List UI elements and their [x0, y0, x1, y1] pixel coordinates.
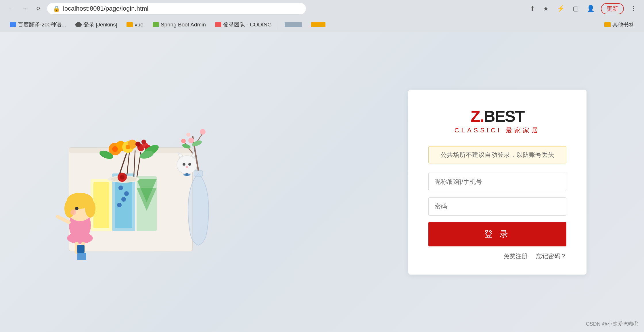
svg-point-25	[135, 142, 141, 147]
svg-point-39	[188, 163, 191, 166]
svg-point-50	[75, 207, 78, 210]
translate-icon	[10, 22, 16, 27]
svg-rect-12	[93, 182, 109, 228]
forward-button[interactable]: →	[20, 3, 30, 14]
warning-text: 公共场所不建议自动登录，以防账号丢失	[440, 151, 554, 158]
svg-rect-3	[115, 176, 132, 228]
svg-point-35	[177, 156, 197, 174]
vue-icon	[126, 22, 133, 27]
bookmark-vue-label: vue	[135, 22, 143, 28]
csdn-watermark: CSDN @小陈爱吃糊①	[586, 321, 638, 327]
svg-point-61	[188, 138, 194, 143]
bookmark-springboot-label: Spring Boot Admin	[161, 22, 206, 28]
page-content: Z.BEST CLASSICI 最家家居 公共场所不建议自动登录，以防账号丢失 …	[0, 32, 644, 332]
login-button[interactable]: 登 录	[428, 222, 566, 246]
svg-point-63	[181, 139, 186, 143]
bookmark-others[interactable]: 其他书签	[600, 20, 638, 30]
others-icon	[604, 22, 611, 27]
warning-banner: 公共场所不建议自动登录，以防账号丢失	[428, 146, 566, 163]
coding-icon	[215, 22, 221, 27]
bookmark-coding-label: 登录团队 - CODING	[223, 21, 272, 28]
bookmark-separator	[278, 21, 278, 29]
jenkins-icon	[75, 22, 82, 27]
svg-point-27	[141, 140, 146, 144]
extensions-button[interactable]: ⚡	[555, 3, 566, 14]
bookmark-button[interactable]: ★	[541, 3, 551, 14]
bookmark-translate[interactable]: 百度翻译-200种语...	[6, 20, 70, 30]
bookmark-vue[interactable]: vue	[122, 20, 147, 29]
bookmark-jenkins[interactable]: 登录 [Jenkins]	[71, 20, 121, 30]
springboot-icon	[153, 22, 159, 27]
svg-point-45	[67, 232, 93, 244]
register-link[interactable]: 免费注册	[503, 252, 528, 260]
browser-titlebar: ← → ⟳ 🔒 localhost:8081/page/login.html ⬆…	[0, 0, 644, 17]
svg-point-62	[200, 129, 206, 135]
lock-icon: 🔒	[53, 5, 60, 12]
bookmark-others-label: 其他书签	[612, 21, 634, 28]
bookmark-jenkins-label: 登录 [Jenkins]	[83, 21, 117, 28]
menu-button[interactable]: ⋮	[628, 3, 638, 14]
bookmark-gray1[interactable]	[281, 21, 306, 28]
gray1-icon	[285, 22, 302, 27]
svg-point-22	[126, 145, 130, 149]
yellow1-icon	[311, 22, 325, 27]
svg-point-34	[120, 175, 124, 179]
back-button[interactable]: ←	[6, 3, 16, 14]
address-bar[interactable]: 🔒 localhost:8081/page/login.html	[47, 3, 306, 14]
brand-name-row: Z.BEST	[428, 107, 566, 126]
brand-logo: Z.BEST CLASSICI 最家家居	[428, 107, 566, 135]
svg-rect-57	[194, 171, 203, 176]
svg-point-38	[183, 163, 185, 166]
svg-point-6	[121, 197, 126, 202]
svg-line-52	[57, 217, 69, 222]
bookmark-springboot[interactable]: Spring Boot Admin	[149, 20, 210, 29]
svg-rect-56	[77, 245, 85, 253]
svg-point-64	[186, 133, 190, 137]
bookmark-translate-label: 百度翻译-200种语...	[18, 21, 66, 28]
login-card: Z.BEST CLASSICI 最家家居 公共场所不建议自动登录，以防账号丢失 …	[408, 90, 586, 275]
reload-button[interactable]: ⟳	[33, 3, 44, 14]
svg-point-43	[185, 173, 188, 176]
tab-button[interactable]: ▢	[571, 3, 580, 14]
svg-point-7	[117, 203, 122, 207]
brand-subtitle: CLASSICI 最家家居	[428, 126, 566, 135]
svg-point-19	[112, 146, 118, 152]
svg-rect-55	[77, 253, 86, 260]
illustration-svg	[46, 102, 224, 262]
browser-actions: ⬆ ★ ⚡ ▢ 👤 更新 ⋮	[528, 3, 638, 14]
svg-point-51	[70, 209, 76, 215]
svg-point-5	[124, 191, 129, 196]
bookmarks-bar: 百度翻译-200种语... 登录 [Jenkins] vue Spring Bo…	[0, 17, 644, 32]
password-input[interactable]	[428, 197, 566, 216]
bookmark-coding[interactable]: 登录团队 - CODING	[211, 20, 276, 30]
login-links: 免费注册 忘记密码？	[428, 252, 566, 260]
svg-point-4	[118, 186, 123, 190]
username-input[interactable]	[428, 173, 566, 191]
share-button[interactable]: ⬆	[528, 3, 537, 14]
left-illustration	[34, 96, 236, 268]
svg-point-49	[85, 199, 95, 218]
profile-button[interactable]: 👤	[585, 3, 596, 14]
update-button[interactable]: 更新	[601, 3, 624, 14]
brand-best: BEST	[484, 107, 524, 125]
forgot-password-link[interactable]: 忘记密码？	[536, 252, 566, 260]
svg-point-40	[186, 166, 188, 168]
url-text: localhost:8081/page/login.html	[63, 5, 148, 12]
bookmark-yellow1[interactable]	[307, 21, 329, 28]
brand-z: Z.	[470, 107, 484, 125]
